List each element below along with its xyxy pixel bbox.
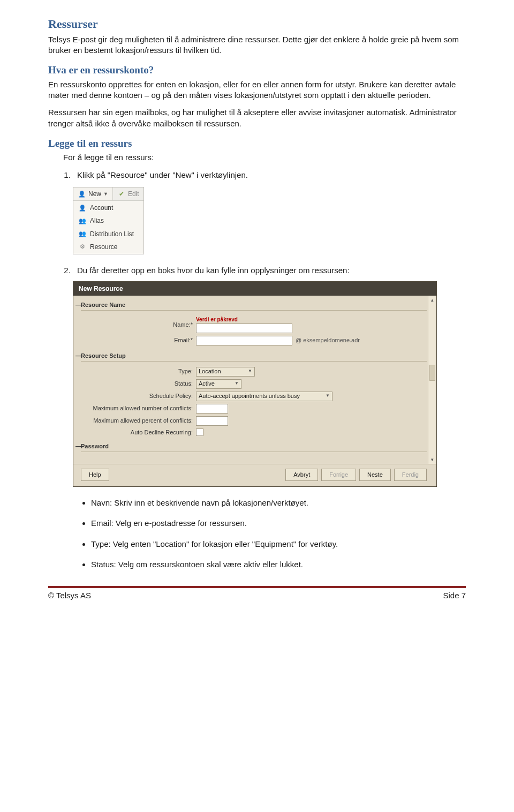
menu-item-alias[interactable]: 👥 Alias xyxy=(74,214,143,227)
paragraph-hva-er-2: Ressursen har sin egen mailboks, og har … xyxy=(48,107,466,129)
scroll-up-icon: ▴ xyxy=(428,297,436,303)
email-field[interactable] xyxy=(196,336,292,345)
label-type: Type: xyxy=(81,367,196,375)
required-msg: Verdi er påkrevd xyxy=(196,316,292,324)
group-resource-setup: —Resource Setup xyxy=(81,352,427,362)
finish-button[interactable]: Ferdig xyxy=(394,469,427,481)
type-select[interactable]: Location ▼ xyxy=(196,367,255,377)
footer-right: Side 7 xyxy=(443,590,466,601)
heading-legge-til: Legge til en ressurs xyxy=(48,137,466,151)
bullet-navn: Navn: Skriv inn et beskrivende navn på l… xyxy=(91,498,466,508)
label-auto-decline: Auto Decline Recurring: xyxy=(81,428,196,437)
label-max-percent-conflicts: Maximum allowed percent of conflicts: xyxy=(81,417,196,425)
bullet-type: Type: Velg enten "Location" for lokasjon… xyxy=(91,539,466,550)
email-domain: @ eksempeldomene.adr xyxy=(296,336,360,344)
person-icon: 👤 xyxy=(78,190,86,198)
group-resource-name: —Resource Name xyxy=(81,301,427,311)
label-name: Name:* xyxy=(81,321,196,329)
auto-decline-checkbox[interactable] xyxy=(196,428,203,436)
account-icon: 👤 xyxy=(78,204,87,212)
menu-item-label: Alias xyxy=(90,216,104,225)
label-email: Email:* xyxy=(81,336,196,344)
caret-down-icon: ▼ xyxy=(235,381,239,387)
type-select-value: Location xyxy=(199,367,221,375)
paragraph-legge-til: For å legge til en ressurs: xyxy=(48,152,466,163)
step-1: Klikk på "Resource" under "New" i verktø… xyxy=(73,170,466,181)
new-button-label: New xyxy=(88,190,101,198)
caret-down-icon: ▼ xyxy=(326,393,330,399)
previous-button[interactable]: Forrige xyxy=(321,469,356,481)
cancel-button[interactable]: Avbryt xyxy=(285,469,318,481)
policy-select-value: Auto-accept appointments unless busy xyxy=(199,392,300,400)
bullet-email: Email: Velg en e-postadresse for ressurs… xyxy=(91,518,466,529)
group-password: —Password xyxy=(81,442,427,452)
distribution-icon: 👥 xyxy=(78,230,87,238)
scroll-down-icon: ▾ xyxy=(428,456,436,463)
bullet-status: Status: Velg om ressurskontoen skal være… xyxy=(91,559,466,570)
gear-icon: ⚙ xyxy=(78,243,87,251)
scroll-thumb[interactable] xyxy=(429,365,435,381)
max-conflicts-field[interactable] xyxy=(196,404,228,413)
dialog-scrollbar[interactable]: ▴ ▾ xyxy=(428,296,436,464)
dialog-title: New Resource xyxy=(73,282,436,296)
caret-down-icon: ▼ xyxy=(103,191,108,197)
new-dropdown-screenshot: 👤 New ▼ ✔ Edit 👤 Account 👥 Alias 👥 Distr… xyxy=(73,187,144,254)
label-schedule-policy: Schedule Policy: xyxy=(81,392,196,400)
new-button[interactable]: 👤 New ▼ xyxy=(73,187,113,200)
help-button[interactable]: Help xyxy=(81,469,109,481)
alias-icon: 👥 xyxy=(78,216,87,225)
heading-ressurser: Ressurser xyxy=(48,16,466,32)
step-2: Du får deretter opp en boks hvor du kan … xyxy=(73,265,466,276)
menu-item-distribution-list[interactable]: 👥 Distribution List xyxy=(74,228,143,240)
heading-hva-er: Hva er en ressurskonto? xyxy=(48,63,466,77)
label-max-conflicts: Maximum allowed number of conflicts: xyxy=(81,404,196,412)
footer-left: © Telsys AS xyxy=(48,590,91,601)
menu-item-label: Account xyxy=(90,204,113,212)
policy-select[interactable]: Auto-accept appointments unless busy ▼ xyxy=(196,392,332,401)
status-select-value: Active xyxy=(199,380,215,388)
status-select[interactable]: Active ▼ xyxy=(196,379,241,389)
menu-item-label: Distribution List xyxy=(90,230,134,238)
edit-button-label: Edit xyxy=(128,190,139,198)
paragraph-intro: Telsys E-post gir deg muligheten til å a… xyxy=(48,34,466,56)
max-percent-field[interactable] xyxy=(196,416,228,426)
label-status: Status: xyxy=(81,380,196,388)
next-button[interactable]: Neste xyxy=(359,469,391,481)
menu-item-account[interactable]: 👤 Account xyxy=(74,201,143,214)
menu-item-label: Resource xyxy=(90,243,117,251)
edit-button[interactable]: ✔ Edit xyxy=(113,187,143,200)
paragraph-hva-er-1: En ressurskonto opprettes for enten en l… xyxy=(48,79,466,101)
caret-down-icon: ▼ xyxy=(248,369,252,374)
new-resource-dialog: New Resource ▴ ▾ —Resource Name Name:* V… xyxy=(73,281,437,487)
name-field[interactable] xyxy=(196,324,292,333)
menu-item-resource[interactable]: ⚙ Resource xyxy=(74,240,143,253)
check-edit-icon: ✔ xyxy=(117,190,126,198)
